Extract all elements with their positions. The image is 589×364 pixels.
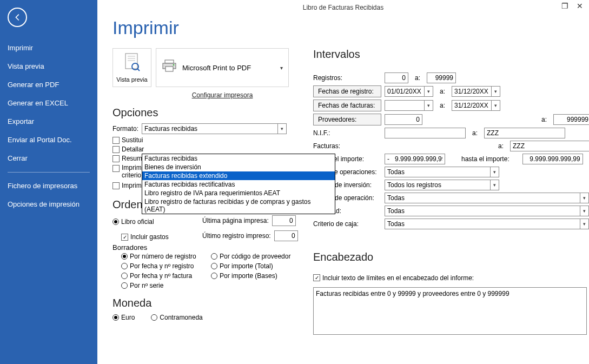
radio-num-registro[interactable]: Por número de registro xyxy=(121,253,208,260)
fechas-registro-button[interactable]: Fechas de registro: xyxy=(313,85,381,97)
preview-icon xyxy=(124,53,140,75)
sidebar-item-exportar[interactable]: Exportar xyxy=(0,112,97,131)
chk-sustituir[interactable]: Sustitui xyxy=(112,136,143,144)
formato-combo[interactable]: Facturas recibidas ▾ xyxy=(142,123,287,134)
dd-item-3[interactable]: Facturas recibidas rectificativas xyxy=(142,180,335,189)
fact-to-input[interactable] xyxy=(510,141,589,151)
radio-fecha-factura[interactable]: Por fecha y nº factura xyxy=(121,272,208,280)
chevron-down-icon: ▾ xyxy=(491,87,500,96)
radio-cod-proveedor[interactable]: Por código de proveedor xyxy=(211,253,303,260)
sidebar-item-pdf[interactable]: Generar en PDF xyxy=(0,76,97,94)
radio-contramoneda[interactable]: Contramoneda xyxy=(151,314,202,321)
radio-importe-total[interactable]: Por importe (Total) xyxy=(211,262,303,270)
sidebar-item-vista-previa[interactable]: Vista previa xyxy=(0,57,97,76)
importe-hasta-input[interactable] xyxy=(522,154,583,164)
reg-to-input[interactable] xyxy=(427,72,456,83)
dd-item-0[interactable]: Facturas recibidas xyxy=(142,154,335,163)
tipos-op-combo[interactable]: Todas▾ xyxy=(385,167,499,177)
nif-label: N.I.F.: xyxy=(313,129,381,137)
fecha-reg-from-combo[interactable]: 01/01/20XX▾ xyxy=(385,86,433,97)
sidebar-divider xyxy=(8,172,90,173)
intervalos-heading: Intervalos xyxy=(313,48,589,61)
formato-selected: Facturas recibidas xyxy=(142,125,277,133)
criterio-caja-combo[interactable]: Todas▾ xyxy=(385,219,589,229)
claves-op-combo[interactable]: Todas▾ xyxy=(385,193,589,203)
preview-card[interactable]: Vista previa xyxy=(112,48,151,87)
chevron-down-icon: ▾ xyxy=(490,167,499,177)
dd-item-1[interactable]: Bienes de inversión xyxy=(142,163,335,171)
formato-dropdown[interactable]: Facturas recibidas Bienes de inversión F… xyxy=(142,154,335,214)
criterio-caja-label: Criterio de caja: xyxy=(313,220,381,228)
chevron-down-icon: ▾ xyxy=(424,87,433,96)
chevron-down-icon: ▾ xyxy=(580,206,588,216)
chevron-down-icon: ▾ xyxy=(580,219,588,229)
formato-label: Formato: xyxy=(112,125,138,133)
chk-detallar[interactable]: Detallar xyxy=(112,145,144,153)
svg-rect-6 xyxy=(165,60,174,63)
chk-incluir-limites[interactable]: ✓Incluir texto de límites en el encabeza… xyxy=(313,274,474,282)
svg-point-9 xyxy=(173,64,175,66)
chevron-down-icon: ▾ xyxy=(490,180,499,190)
nif-from-input[interactable] xyxy=(385,128,466,138)
svg-line-5 xyxy=(137,69,140,71)
ultimo-registro-label: Último registro impreso: xyxy=(202,232,271,240)
window-title: Libro de Facturas Recibidas xyxy=(303,4,383,11)
moneda-heading: Moneda xyxy=(112,297,294,309)
fecha-fact-from-combo[interactable]: ▾ xyxy=(385,100,433,111)
chevron-down-icon: ▾ xyxy=(280,65,283,71)
svg-rect-8 xyxy=(166,67,173,71)
radio-importe-bases[interactable]: Por importe (Bases) xyxy=(211,272,303,280)
bienes-inv-combo[interactable]: Todos los registros▾ xyxy=(385,180,499,190)
nif-to-input[interactable] xyxy=(484,128,565,138)
radio-serie[interactable]: Por nº serie xyxy=(121,282,208,289)
back-button[interactable] xyxy=(8,8,27,27)
chevron-down-icon: ▾ xyxy=(491,101,500,110)
fecha-fact-to-combo[interactable]: 31/12/20XX▾ xyxy=(452,100,500,111)
printer-card[interactable]: Microsoft Print to PDF ▾ xyxy=(156,48,289,87)
reg-from-input[interactable] xyxy=(385,72,408,83)
ultimo-registro-input[interactable] xyxy=(274,230,298,241)
close-icon[interactable]: ✕ xyxy=(573,1,587,11)
radio-fecha-registro[interactable]: Por fecha y nº registro xyxy=(121,262,208,270)
registros-label: Registros: xyxy=(313,74,381,82)
fecha-reg-to-combo[interactable]: 31/12/20XX▾ xyxy=(452,86,500,97)
chevron-down-icon: ▾ xyxy=(277,124,286,134)
prov-to-input[interactable] xyxy=(553,114,589,125)
svg-rect-0 xyxy=(125,54,137,69)
sidebar-item-fichero-impresoras[interactable]: Fichero de impresoras xyxy=(0,177,97,195)
facturas-label: Facturas: xyxy=(313,142,381,150)
page-title: Imprimir xyxy=(112,17,589,38)
radio-libro-oficial[interactable]: Libro oficial xyxy=(112,215,199,228)
sidebar-item-excel[interactable]: Generar en EXCEL xyxy=(0,94,97,112)
restore-icon[interactable]: ❐ xyxy=(558,1,572,11)
ultima-pagina-label: Última página impresa: xyxy=(202,217,269,224)
chk-resumir[interactable]: Resumi xyxy=(112,155,144,162)
actividad-combo[interactable]: Todas▾ xyxy=(385,206,589,216)
sidebar-item-enviar-portal[interactable]: Enviar al Portal Doc. xyxy=(0,131,97,149)
ultima-pagina-input[interactable] xyxy=(272,215,296,226)
dd-item-4[interactable]: Libro registro de IVA para requerimiento… xyxy=(142,189,335,197)
chk-incluir-gastos[interactable]: ✓Incluir gastos xyxy=(121,230,199,243)
sidebar-item-opciones-impresion[interactable]: Opciones de impresión xyxy=(0,195,97,214)
sidebar: Imprimir Vista previa Generar en PDF Gen… xyxy=(0,0,97,364)
hasta-importe-label: hasta el importe: xyxy=(461,155,509,163)
dd-item-5[interactable]: Libro registro de facturas recibidas y d… xyxy=(142,197,335,214)
borradores-label: Borradores xyxy=(112,243,294,252)
fechas-facturas-button[interactable]: Fechas de facturas: xyxy=(313,100,381,111)
printer-icon xyxy=(162,59,177,76)
titlebar: Libro de Facturas Recibidas ❐ ✕ xyxy=(97,0,589,15)
chevron-down-icon: ▾ xyxy=(580,193,588,203)
encabezado-textarea[interactable] xyxy=(313,287,587,335)
opciones-heading: Opciones xyxy=(112,107,294,119)
proveedores-button[interactable]: Proveedores: xyxy=(313,114,381,125)
configure-printer-link[interactable]: Configurar impresora xyxy=(156,91,289,99)
chevron-down-icon: ▾ xyxy=(424,101,433,110)
printer-name: Microsoft Print to PDF xyxy=(182,64,251,72)
sidebar-item-imprimir[interactable]: Imprimir xyxy=(0,39,97,57)
sidebar-item-cerrar[interactable]: Cerrar xyxy=(0,149,97,168)
importe-desde-input[interactable] xyxy=(385,154,445,164)
encabezado-heading: Encabezado xyxy=(313,251,589,263)
radio-euro[interactable]: Euro xyxy=(112,314,135,321)
prov-from-input[interactable] xyxy=(385,114,422,125)
dd-item-2[interactable]: Facturas recibidas extendido xyxy=(142,171,335,180)
